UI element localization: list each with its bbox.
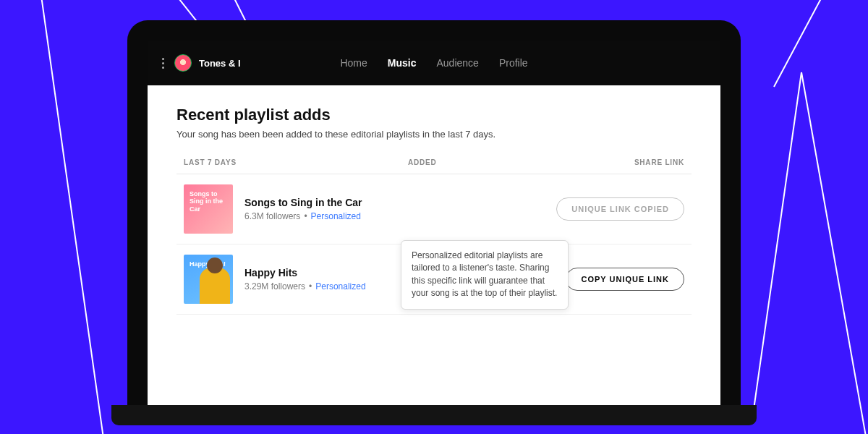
playlist-name[interactable]: Happy Hits [244,267,407,278]
column-added: ADDED [408,158,567,166]
svg-line-5 [774,0,832,87]
cover-label: Songs to Sing in the Car [190,190,227,213]
copy-link-button[interactable]: COPY UNIQUE LINK [566,268,684,291]
copy-link-button[interactable]: UNIQUE LINK COPIED [556,197,684,221]
nav-music[interactable]: Music [388,57,417,69]
playlist-cover[interactable]: Songs to Sing in the Car [184,184,233,234]
topbar: Tones & I Home Music Audience Profile [148,41,720,85]
page-subtitle: Your song has been been added to these e… [176,129,692,140]
laptop-base [111,405,757,425]
playlist-cover[interactable]: Happy Hits! [184,255,233,304]
page-title: Recent playlist adds [176,106,692,124]
nav-home[interactable]: Home [340,57,367,69]
svg-line-4 [801,72,868,434]
playlist-meta: 3.29M followers•Personalized [244,281,407,292]
nav-audience[interactable]: Audience [436,57,478,69]
svg-line-0 [40,0,105,434]
followers-count: 3.29M followers [244,281,305,292]
personalized-tooltip: Personalized editorial playlists are tai… [401,240,569,310]
playlist-name[interactable]: Songs to Sing in the Car [244,197,403,208]
laptop-frame: Tones & I Home Music Audience Profile Re… [127,20,741,425]
playlist-meta: 6.3M followers•Personalized [244,211,403,221]
avatar[interactable] [174,54,192,72]
svg-line-3 [752,72,801,420]
column-share: SHARE LINK [567,158,684,166]
app-screen: Tones & I Home Music Audience Profile Re… [148,41,720,405]
column-playlist: LAST 7 DAYS [184,158,408,166]
followers-count: 6.3M followers [244,211,300,221]
table-row: Songs to Sing in the Car Songs to Sing i… [176,174,692,244]
content-area: Recent playlist adds Your song has been … [148,85,720,405]
personalized-tag[interactable]: Personalized [311,211,361,221]
artist-name: Tones & I [199,58,241,69]
nav-profile[interactable]: Profile [499,57,528,69]
table-header: LAST 7 DAYS ADDED SHARE LINK [176,158,692,174]
main-nav: Home Music Audience Profile [340,57,527,69]
personalized-tag[interactable]: Personalized [315,281,365,292]
more-vertical-icon[interactable] [162,58,164,69]
